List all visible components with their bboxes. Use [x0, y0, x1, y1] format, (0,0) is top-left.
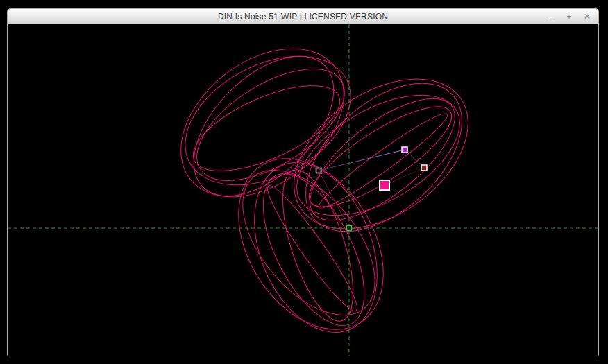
din-canvas[interactable] [8, 24, 598, 356]
orbit-ellipse-right-lobe [267, 49, 496, 260]
crosshair-center-handle[interactable] [347, 226, 352, 231]
orbit-ellipse-right-lobe [292, 77, 474, 241]
maximize-button[interactable]: + [564, 11, 575, 22]
orbit-handle-left[interactable] [316, 168, 321, 173]
title-bar[interactable]: DIN Is Noise 51-WIP | LICENSED VERSION –… [8, 9, 598, 24]
orbit-handle-maroon[interactable] [421, 165, 427, 171]
window-controls: – + ✕ [546, 9, 593, 24]
app-window: DIN Is Noise 51-WIP | LICENSED VERSION –… [7, 8, 599, 356]
orbit-handle-violet[interactable] [402, 147, 407, 153]
drone-handle-selected[interactable] [380, 180, 389, 190]
window-title: DIN Is Noise 51-WIP | LICENSED VERSION [218, 12, 388, 21]
handle-link-gradient [319, 150, 405, 171]
orbit-ellipse-right-lobe [297, 90, 464, 223]
minimize-button[interactable]: – [546, 11, 557, 22]
close-button[interactable]: ✕ [582, 11, 593, 22]
orbit-scene [8, 24, 598, 356]
orbit-ellipse-bottom-lobe [209, 132, 414, 356]
orbit-ellipse-top-left-lobe [182, 68, 351, 188]
